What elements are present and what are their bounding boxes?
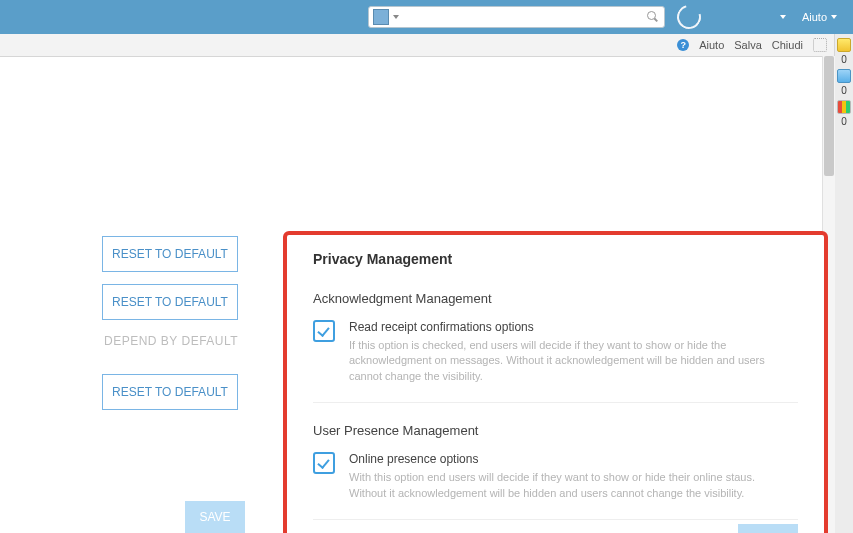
reset-button-3[interactable]: RESET TO DEFAULT: [102, 374, 238, 410]
presence-option-title: Online presence options: [349, 452, 779, 466]
privacy-management-card: Privacy Management Acknowledgment Manage…: [283, 231, 828, 533]
rail-item-status[interactable]: 0: [835, 100, 853, 127]
gear-icon[interactable]: [813, 38, 827, 52]
ack-section-title: Acknowledgment Management: [313, 291, 798, 306]
close-link[interactable]: Chiudi: [772, 39, 803, 51]
left-column: RESET TO DEFAULT RESET TO DEFAULT DEPEND…: [0, 236, 280, 422]
search-box[interactable]: [368, 6, 665, 28]
depend-label: DEPEND BY DEFAULT: [104, 334, 280, 348]
ack-option-title: Read receipt confirmations options: [349, 320, 779, 334]
top-bar: Aiuto: [0, 0, 853, 34]
search-scope-caret-icon[interactable]: [393, 15, 399, 19]
help-link[interactable]: Aiuto: [699, 39, 724, 51]
sub-bar: ? Aiuto Salva Chiudi ▸▸: [0, 34, 853, 57]
rail-item-notes[interactable]: 0: [835, 38, 853, 65]
reset-button-1[interactable]: RESET TO DEFAULT: [102, 236, 238, 272]
search-icon[interactable]: [646, 10, 660, 24]
presence-section: User Presence Management Online presence…: [313, 423, 798, 520]
help-icon[interactable]: ?: [677, 39, 689, 51]
search-input[interactable]: [403, 9, 646, 25]
ack-checkbox[interactable]: [313, 320, 335, 342]
presence-checkbox[interactable]: [313, 452, 335, 474]
right-rail: 0 0 0: [834, 34, 853, 533]
presence-option-desc: With this option end users will decide i…: [349, 470, 779, 501]
rail-count: 0: [841, 54, 847, 65]
rail-count: 0: [841, 116, 847, 127]
search-scope-icon[interactable]: [373, 9, 389, 25]
presence-section-title: User Presence Management: [313, 423, 798, 438]
save-button-left[interactable]: SAVE: [185, 501, 245, 533]
rail-item-mail[interactable]: 0: [835, 69, 853, 96]
ack-option-desc: If this option is checked, end users wil…: [349, 338, 779, 384]
status-icon: [837, 100, 851, 114]
mail-icon: [837, 69, 851, 83]
ack-section: Acknowledgment Management Read receipt c…: [313, 291, 798, 403]
note-icon: [837, 38, 851, 52]
content-area: RESET TO DEFAULT RESET TO DEFAULT DEPEND…: [0, 56, 835, 533]
help-menu[interactable]: Aiuto: [794, 11, 845, 23]
chevron-down-icon: [831, 15, 837, 19]
save-button-card[interactable]: SAVE: [738, 524, 798, 533]
card-title: Privacy Management: [313, 251, 798, 267]
reset-button-2[interactable]: RESET TO DEFAULT: [102, 284, 238, 320]
help-menu-label: Aiuto: [802, 11, 827, 23]
save-link[interactable]: Salva: [734, 39, 762, 51]
account-menu[interactable]: [772, 15, 794, 19]
rail-count: 0: [841, 85, 847, 96]
chevron-down-icon: [780, 15, 786, 19]
reload-icon[interactable]: [673, 1, 706, 34]
